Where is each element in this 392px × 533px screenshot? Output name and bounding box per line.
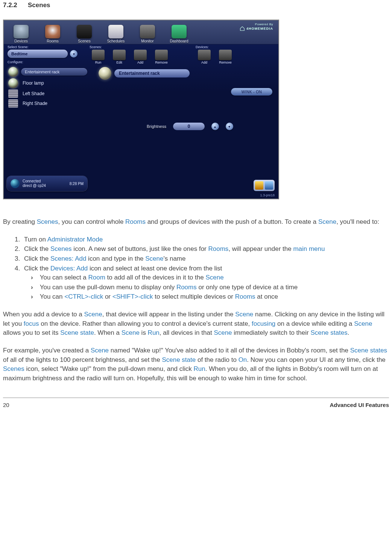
dashboard-icon (172, 25, 187, 38)
nav-devices[interactable]: Devices (8, 25, 35, 43)
sub-item: You can select a Room to add all of the … (31, 273, 389, 282)
devices-add-button[interactable]: Add (196, 50, 213, 64)
nav-rooms[interactable]: Rooms (39, 25, 66, 43)
tools-icon (265, 181, 273, 190)
scene-dropdown-button[interactable]: ▾ (70, 50, 77, 58)
lock-icon (255, 181, 263, 190)
list-item[interactable]: Right Shade (8, 99, 87, 108)
nav-scenes[interactable]: Scenes (71, 25, 98, 43)
device-list: Entertainment rack Floor lamp Left Shade… (8, 67, 87, 109)
nav-monitor[interactable]: Monitor (134, 25, 161, 43)
house-icon (240, 26, 245, 31)
status-bar: Connected direct @ cp24 8:28 PM (7, 176, 87, 191)
add-icon (134, 50, 147, 60)
brightness-up-button[interactable]: ▴ (211, 123, 219, 130)
nav-schedules[interactable]: Schedules (102, 25, 129, 43)
brightness-down-button[interactable]: ▾ (226, 123, 233, 130)
status-line2: direct @ cp24 (23, 184, 67, 188)
powered-by-label: Powered By (240, 23, 273, 26)
configure-label: Configure: (8, 60, 83, 64)
bulb-icon (99, 67, 111, 80)
steps-list: Turn on Administrator Mode Click the Sce… (3, 235, 389, 302)
tray-icons[interactable] (254, 180, 275, 191)
list-item[interactable]: Entertainment rack (8, 67, 87, 77)
page-footer: 20 Advanced UI Features (3, 402, 389, 408)
focus-device-name: Entertainment rack (114, 69, 190, 77)
step-item: Turn on Administrator Mode (22, 235, 389, 244)
status-time: 8:28 PM (70, 182, 84, 186)
bulb-icon (8, 78, 18, 88)
scene-select[interactable]: Bedtime (8, 50, 68, 58)
shade-icon (8, 99, 18, 108)
list-item[interactable]: Floor lamp (8, 78, 87, 88)
section-number: 7.2.2 (3, 2, 20, 9)
nav-dashboard[interactable]: Dashboard (166, 25, 193, 43)
wink-toggle[interactable]: WINK - ON (231, 88, 272, 96)
scenes-run-button[interactable]: Run (90, 50, 107, 64)
scenes-icon (77, 25, 92, 38)
bulb-icon (8, 67, 18, 77)
app-screenshot: Powered By 4HOMEMEDIA Devices Rooms Scen… (4, 20, 278, 199)
section-title: Scenes (28, 2, 50, 9)
step-item: Click the Scenes icon. A new set of butt… (22, 244, 389, 254)
device-remove-icon (219, 50, 232, 60)
brand-name: 4HOMEMEDIA (246, 27, 273, 30)
brightness-value[interactable]: 0 (173, 123, 205, 130)
paragraph: When you add a device to a Scene, that d… (3, 310, 389, 338)
list-item[interactable]: Left Shade (8, 90, 87, 98)
step-item: Click the Devices: Add icon and select a… (22, 264, 389, 302)
brightness-control: Brightness 0 ▴ ▾ (147, 123, 233, 130)
paragraph: By creating Scenes, you can control whol… (3, 217, 389, 227)
section-heading: 7.2.2 Scenes (3, 2, 389, 9)
device-add-icon (198, 50, 211, 60)
run-icon (92, 50, 105, 60)
devices-remove-button[interactable]: Remove (217, 50, 234, 64)
scenes-edit-button[interactable]: Edit (111, 50, 128, 64)
step-item: Click the Scenes: Add icon and type in t… (22, 254, 389, 264)
paragraph: For example, you've created a Scene name… (3, 346, 389, 383)
page-number: 20 (3, 402, 9, 408)
scenes-group-label: Scenes: (90, 45, 170, 49)
sub-item: You can <CTRL>-click or <SHIFT>-click to… (31, 292, 389, 302)
brand-block: Powered By 4HOMEMEDIA (240, 23, 273, 31)
scenes-add-button[interactable]: Add (132, 50, 149, 64)
screenshot-frame: Powered By 4HOMEMEDIA Devices Rooms Scen… (3, 20, 279, 199)
sub-item: You can use the pull-down menu to displa… (31, 283, 389, 292)
schedules-icon (108, 25, 123, 38)
remove-icon (155, 50, 168, 60)
devices-group-label: Devices: (196, 45, 234, 49)
scenes-remove-button[interactable]: Remove (153, 50, 170, 64)
footer-title: Advanced UI Features (330, 402, 389, 408)
rooms-icon (45, 25, 60, 38)
toolbar: Select Scene: Bedtime ▾ Configure: Scene… (4, 44, 278, 65)
body-text: By creating Scenes, you can control whol… (3, 217, 389, 383)
footer-rule (3, 398, 389, 398)
main-nav: Devices Rooms Scenes Schedules Monitor D… (4, 20, 278, 44)
monitor-icon (140, 25, 155, 38)
status-line1: Connected (23, 179, 67, 184)
version-label: 1.3-pre18 (260, 193, 275, 197)
shade-icon (8, 90, 18, 98)
devices-icon (14, 25, 29, 38)
select-scene-label: Select Scene: (8, 45, 83, 49)
edit-icon (113, 50, 126, 60)
globe-icon (11, 179, 20, 188)
brightness-label: Brightness (147, 124, 166, 129)
sub-list: You can select a Room to add all of the … (31, 273, 389, 302)
panel-area: Entertainment rack Floor lamp Left Shade… (4, 65, 278, 109)
